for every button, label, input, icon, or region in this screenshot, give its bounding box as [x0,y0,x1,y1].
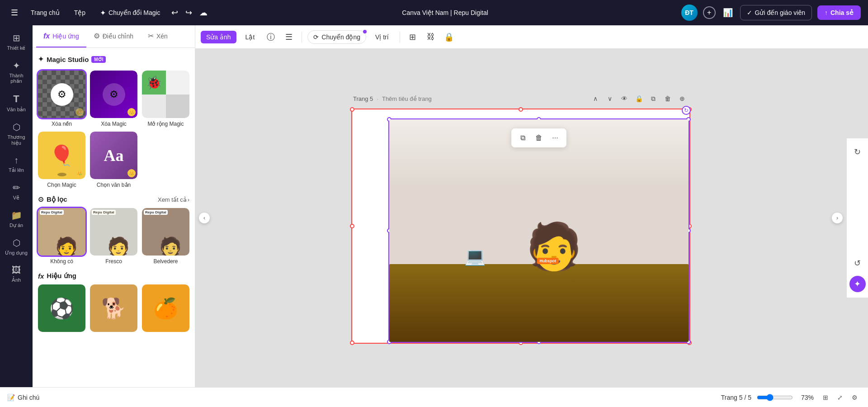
view-mode-buttons: ⊞ ⤢ ⚙ [819,391,861,404]
image-selection-box[interactable]: ↻ ⧉ 🗑 ··· [388,118,689,343]
magic-studio-grid: ⚙ 👑 Xóa nền ⚙ 👑 Xóa Magic [38,71,189,188]
sidebar-item-ung-dung[interactable]: ⬡ Ứng dụng [2,234,31,260]
sidebar-item-thanh-phan[interactable]: ✦ Thành phần [2,57,31,88]
outer-handle-ml[interactable] [350,224,354,228]
scroll-left-button[interactable]: ‹ [199,213,210,223]
nav-file[interactable]: Tệp [69,6,91,19]
see-all-button[interactable]: Xem tất cả › [158,196,189,203]
page-lock-button[interactable]: 🔒 [632,92,645,105]
duplicate-page-button[interactable]: ⧉ [647,92,660,105]
bo-loc-header: ⊙ Bộ lọc Xem tất cả › [38,195,189,204]
ctx-delete-button[interactable]: 🗑 [532,131,546,145]
undo-button[interactable]: ↩ [170,6,180,19]
cursor-indicator [57,173,66,176]
filter-khong-co[interactable]: Repu Digital 🧑 Không có [38,208,85,265]
zoom-percentage: 73% [796,394,814,401]
mo-rong-item[interactable]: 🐞 Mở rộng Magic [142,71,189,127]
lat-button[interactable]: Lật [240,31,260,43]
outer-handle-bl[interactable] [350,341,354,345]
share-button[interactable]: ↑ Chia sẻ [817,5,861,20]
tab-xen[interactable]: ✂ Xén [141,25,175,47]
vi-tri-button[interactable]: Vị trí [370,31,394,43]
sidebar-item-van-ban[interactable]: T Văn bản [2,90,31,116]
redo-button[interactable]: ↪ [184,6,194,19]
sidebar-item-ve[interactable]: ✏ Vẽ [2,179,31,204]
add-collaborator-button[interactable]: + [703,6,716,19]
tab-hieu-ung[interactable]: fx Hiệu ứng [36,25,86,47]
xoa-nen-icon: ⚙ [51,83,73,106]
sua-anh-button[interactable]: Sửa ảnh [201,31,236,43]
analytics-icon[interactable]: 📊 [721,6,735,19]
info-button[interactable]: ⓘ [264,30,278,44]
rotate-handle[interactable]: ↻ [682,106,691,115]
sidebar-item-du-an[interactable]: 📁 Dự án [2,206,31,232]
chevron-right-icon: › [188,196,189,203]
pattern-button[interactable]: ⊞ [406,30,420,44]
filter-grid: Repu Digital 🧑 Không có Repu Digital 🧑 [38,208,189,265]
scroll-right-button[interactable]: › [832,213,843,223]
rotate-left-button[interactable]: ↺ [849,255,866,271]
fullscreen-button[interactable]: ⤢ [834,391,846,404]
hieu-ung-dog-thumb: 🐕 [90,284,137,332]
slide-canvas[interactable]: ↻ ⧉ 🗑 ··· [351,109,690,344]
lock-button[interactable]: 🔒 [442,30,456,44]
nav-magic[interactable]: ✦ Chuyển đổi Magic [94,6,166,20]
tab-dieu-chinh[interactable]: ⚙ Điều chỉnh [86,25,141,47]
filter-belvedere[interactable]: Repu Digital 🧑 Belvedere [142,208,189,265]
grid-view-button[interactable]: ⊞ [819,391,832,404]
sidebar-item-tai-len[interactable]: ↑ Tải lên [2,151,31,177]
cloud-sync-icon[interactable]: ☁ [198,6,209,19]
magic-action-button[interactable]: ✦ [849,276,866,292]
magic-star-icon: ✦ [38,55,44,63]
sidebar-item-thuong-hieu[interactable]: ⬡ Thương hiệu [2,118,31,150]
hieu-ung-soccer[interactable]: ⚽ [38,284,85,332]
chuyen-dong-button[interactable]: ⟳ Chuyển động [307,30,366,44]
panel-tab-bar: fx Hiệu ứng ⚙ Điều chỉnh ✂ Xén [33,25,195,48]
delete-page-button[interactable]: 🗑 [661,92,674,105]
xoa-nen-item[interactable]: ⚙ 👑 Xóa nền [38,71,85,127]
outer-handle-tm[interactable] [519,107,523,112]
chon-van-ban-item[interactable]: Aa 👑 Chọn văn bản [90,132,137,188]
design-icon: ⊞ [13,33,20,43]
desk-element [389,264,689,342]
rotate-right-button[interactable]: ↻ [849,144,866,160]
crown-badge-xoa-magic: 👑 [127,108,136,116]
menu-button[interactable]: ☰ [282,30,296,44]
zoom-slider[interactable] [757,394,793,401]
effects-panel: fx Hiệu ứng ⚙ Điều chỉnh ✂ Xén ✦ Magic S… [33,25,195,387]
chon-magic-preview: 🎈 👑 [38,132,85,179]
ctx-copy-button[interactable]: ⧉ [516,131,529,145]
sidebar-label-thanh-phan: Thành phần [4,73,29,84]
ctx-more-button[interactable]: ··· [548,131,562,145]
settings-button[interactable]: ⚙ [848,391,861,404]
hubspot-badge: Hubspot [537,258,559,264]
xoa-nen-thumb: ⚙ 👑 [38,71,85,118]
top-navbar: ☰ Trang chủ Tệp ✦ Chuyển đổi Magic ↩ ↪ ☁… [0,0,868,25]
sidebar-item-thiet-ke[interactable]: ⊞ Thiết kế [2,29,31,55]
add-page-button[interactable]: ⊕ [676,92,689,105]
send-to-teacher-button[interactable]: ✓ Gửi đến giáo viên [740,5,812,20]
notes-button[interactable]: 📝 Ghi chú [7,394,39,401]
hamburger-menu[interactable]: ☰ [7,5,22,20]
outer-handle-tl[interactable] [350,107,354,112]
nav-home[interactable]: Trang chủ [25,6,65,19]
chain-button[interactable]: ⛓ [424,30,438,44]
filter-fresco[interactable]: Repu Digital 🧑 Fresco [90,208,137,265]
chon-magic-item[interactable]: 🎈 👑 Chọn Magic [38,132,85,188]
collapse-down-button[interactable]: ∨ [604,92,616,105]
person-figure-2: 🧑 [107,237,130,256]
collapse-up-button[interactable]: ∧ [589,92,602,105]
xoa-magic-item[interactable]: ⚙ 👑 Xóa Magic [90,71,137,127]
sidebar-label-tai-len: Tải lên [9,167,24,173]
hieu-ung-orange[interactable]: 🍊 [142,284,189,332]
user-avatar[interactable]: ĐT [681,5,698,21]
text-sample-icon: Aa [104,146,124,165]
toolbar: Sửa ảnh Lật ⓘ ☰ ⟳ Chuyển động Vị trí ⊞ ⛓… [195,25,868,49]
elements-icon: ✦ [13,60,20,71]
sidebar-item-anh[interactable]: 🖼 Ảnh [2,261,31,287]
hieu-ung-dog[interactable]: 🐕 [90,284,137,332]
page-title-input[interactable] [382,95,458,102]
mo-rong-cell-bug: 🐞 [142,71,166,95]
visibility-button[interactable]: 👁 [618,92,631,105]
filter-belvedere-thumb: Repu Digital 🧑 [142,208,189,256]
